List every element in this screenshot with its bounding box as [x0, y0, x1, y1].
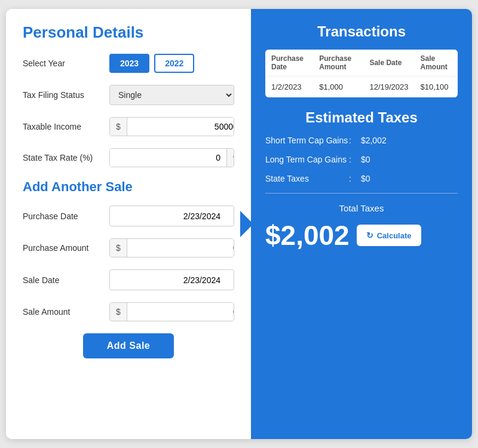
personal-details-title: Personal Details: [23, 23, 234, 42]
sale-date-input[interactable]: [110, 271, 226, 289]
purchase-date-label: Purchase Date: [23, 211, 109, 221]
right-panel: Transactions Purchase Date Purchase Amou…: [251, 9, 472, 439]
cell-purchase-date: 1/2/2023: [265, 76, 313, 98]
tax-label: Short Term Cap Gains: [265, 136, 349, 145]
taxable-income-input-wrapper: $: [109, 117, 234, 136]
taxable-income-input[interactable]: [127, 118, 234, 136]
table-row: 1/2/2023 $1,000 12/19/2023 $10,100: [265, 76, 458, 98]
col-header-sale-date: Sale Date: [363, 50, 414, 76]
left-panel: Personal Details Select Year 2023 2022 T…: [6, 9, 251, 439]
transactions-tbody: 1/2/2023 $1,000 12/19/2023 $10,100: [265, 76, 458, 98]
col-header-purchase-date: Purchase Date: [265, 50, 313, 76]
add-sale-button[interactable]: Add Sale: [83, 333, 174, 358]
sale-date-input-wrapper: 📅: [109, 269, 234, 290]
select-year-row: Select Year 2023 2022: [23, 54, 234, 73]
transactions-title: Transactions: [265, 23, 458, 40]
refresh-icon: ↻: [366, 231, 373, 240]
purchase-amount-prefix: $: [110, 239, 127, 257]
calendar-icon-2: 📅: [226, 270, 234, 290]
total-amount-row: $2,002 ↻ Calculate: [265, 219, 458, 251]
cell-sale-date: 12/19/2023: [363, 76, 414, 98]
year-btn-group: 2023 2022: [109, 54, 194, 73]
tax-items-container: Short Term Cap Gains : $2,002 Long Term …: [265, 136, 458, 183]
purchase-amount-input[interactable]: [127, 239, 234, 257]
calculate-button-label: Calculate: [377, 231, 412, 240]
sale-amount-prefix: $: [110, 303, 127, 321]
col-header-purchase-amount: Purchase Amount: [313, 50, 363, 76]
estimated-taxes-title: Estimated Taxes: [265, 109, 458, 126]
purchase-date-input[interactable]: [110, 207, 226, 225]
arrow-divider: [240, 211, 253, 237]
taxable-income-label: Taxable Income: [23, 122, 109, 131]
tax-colon: :: [349, 174, 351, 183]
estimated-taxes-section: Short Term Cap Gains : $2,002 Long Term …: [265, 136, 458, 425]
divider-line: [265, 193, 458, 194]
cell-sale-amount: $10,100: [415, 76, 458, 98]
taxable-income-prefix: $: [110, 118, 127, 136]
tax-filing-status-label: Tax Filing Status: [23, 90, 109, 100]
select-year-label: Select Year: [23, 59, 109, 68]
cell-purchase-amount: $1,000: [313, 76, 363, 98]
sale-amount-row: Sale Amount $: [23, 302, 234, 321]
calculate-button[interactable]: ↻ Calculate: [357, 225, 421, 246]
tax-row: State Taxes : $0: [265, 174, 458, 183]
total-taxes-label: Total Taxes: [265, 203, 458, 213]
transactions-table-wrapper: Purchase Date Purchase Amount Sale Date …: [265, 50, 458, 97]
tax-colon: :: [349, 136, 351, 145]
purchase-date-input-wrapper: 📅: [109, 205, 234, 226]
sale-date-label: Sale Date: [23, 275, 109, 285]
year-2022-button[interactable]: 2022: [154, 54, 194, 73]
tax-value: $0: [361, 155, 370, 164]
col-header-sale-amount: Sale Amount: [415, 50, 458, 76]
tax-value: $2,002: [361, 136, 387, 145]
total-amount-value: $2,002: [265, 219, 350, 251]
purchase-amount-input-wrapper: $: [109, 238, 234, 257]
tax-value: $0: [361, 174, 370, 183]
add-another-sale-title: Add Another Sale: [23, 179, 234, 195]
state-tax-rate-input-wrapper: %: [109, 148, 234, 167]
year-2023-button[interactable]: 2023: [109, 54, 149, 73]
purchase-amount-label: Purchase Amount: [23, 243, 109, 253]
table-header-row: Purchase Date Purchase Amount Sale Date …: [265, 50, 458, 76]
tax-filing-status-select[interactable]: Single Married Filing Jointly Married Fi…: [109, 85, 234, 105]
tax-colon: :: [349, 155, 351, 164]
transactions-table: Purchase Date Purchase Amount Sale Date …: [265, 50, 458, 97]
purchase-date-row: Purchase Date 📅: [23, 205, 234, 226]
sale-amount-label: Sale Amount: [23, 307, 109, 317]
sale-amount-input[interactable]: [127, 303, 234, 321]
state-tax-rate-label: State Tax Rate (%): [23, 153, 109, 162]
calendar-icon: 📅: [226, 206, 234, 226]
state-tax-rate-row: State Tax Rate (%) %: [23, 148, 234, 167]
sale-amount-input-wrapper: $: [109, 302, 234, 321]
app-container: Personal Details Select Year 2023 2022 T…: [6, 9, 472, 439]
tax-row: Short Term Cap Gains : $2,002: [265, 136, 458, 145]
purchase-amount-row: Purchase Amount $: [23, 238, 234, 257]
tax-label: Long Term Cap Gains: [265, 155, 349, 164]
tax-label: State Taxes: [265, 174, 349, 183]
state-tax-rate-suffix: %: [226, 149, 234, 167]
tax-filing-status-row: Tax Filing Status Single Married Filing …: [23, 85, 234, 105]
sale-date-row: Sale Date 📅: [23, 269, 234, 290]
tax-row: Long Term Cap Gains : $0: [265, 155, 458, 164]
taxable-income-row: Taxable Income $: [23, 117, 234, 136]
state-tax-rate-input[interactable]: [110, 149, 226, 167]
